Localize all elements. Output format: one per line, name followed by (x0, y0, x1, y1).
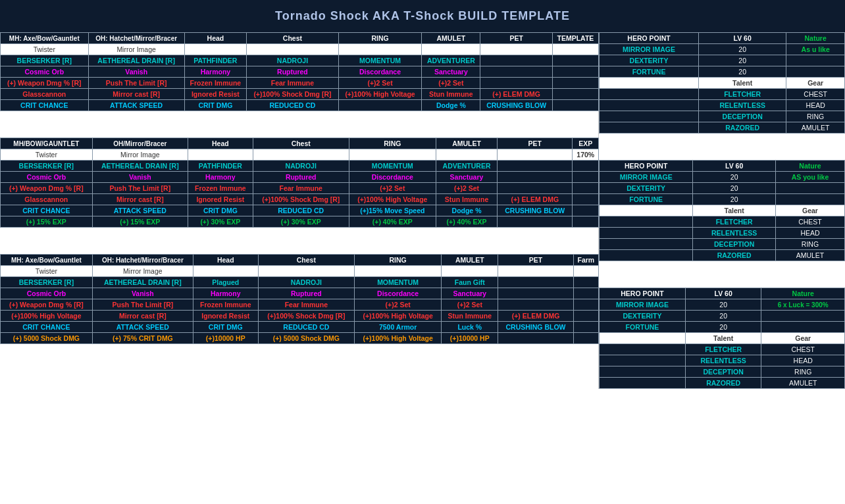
table-row: CRIT CHANCE ATTACK SPEED CRIT DMG REDUCE… (1, 205, 599, 216)
table-row: (+) Weapon Dmg % [R] Push The Limit [R] … (1, 299, 599, 311)
right-farm-talent-row: RAZORED AMULET (600, 378, 845, 389)
right-spacer4 (599, 274, 845, 288)
right-exp-talent-row: DECEPTION RING (600, 239, 845, 250)
table-row: Cosmic Orb Vanish Harmony Ruptured Disco… (1, 66, 599, 78)
spacer4 (0, 241, 598, 254)
table-row: Glasscannon Mirror cast [R] Ignored Resi… (1, 89, 599, 100)
right-exp-header-row: HERO POINT LV 60 Nature (600, 161, 845, 172)
spacer3 (0, 228, 598, 241)
table-row: BERSERKER [R] AETHEREAL DRAIN [R] Plague… (1, 277, 599, 288)
right-template-panel: HERO POINT LV 60 Nature MIRROR IMAGE 20 … (599, 32, 845, 134)
right-talent-row: RAZORED AMULET (600, 122, 845, 134)
right-exp-talent-header: Talent Gear (600, 205, 845, 216)
page-title: Tornado Shock AKA T-Shock BUILD TEMPLATE (0, 0, 845, 32)
right-talent-header: Talent Gear (600, 78, 845, 89)
table-row: CRIT CHANCE ATTACK SPEED CRIT DMG REDUCE… (1, 100, 599, 111)
table-row: BERSERKER [R] AETHEREAL DRAIN [R] PATHFI… (1, 55, 599, 66)
farm-grid: MH: Axe/Bow/Gauntlet OH: Hatchet/Mirror/… (0, 254, 599, 344)
spacer1 (0, 111, 598, 124)
right-exp-panel: HERO POINT LV 60 Nature MIRROR IMAGE 20 … (599, 160, 845, 261)
right-spacer3 (599, 261, 845, 274)
right-exp-fortune-row: FORTUNE 20 (600, 194, 845, 205)
right-header-row: HERO POINT LV 60 Nature (600, 33, 845, 44)
left-panel: MH: Axe/Bow/Gauntlet OH: Hatchet/Mirror/… (0, 32, 599, 389)
right-fortune-row: FORTUNE 20 (600, 66, 845, 78)
table-row: Cosmic Orb Vanish Harmony Ruptured Disco… (1, 172, 599, 183)
right-spacer2 (599, 147, 845, 160)
right-dex-row: DEXTERITY 20 (600, 55, 845, 66)
right-farm-header-row: HERO POINT LV 60 Nature (600, 288, 845, 299)
table-row: Twister Mirror Image (1, 266, 599, 277)
right-mirror-row: MIRROR IMAGE 20 As u like (600, 44, 845, 55)
table-row: (+) Weapon Dmg % [R] Push The Limit [R] … (1, 78, 599, 89)
exp-header-row: MH/BOW/GAUNTLET OH/Mirror/Bracer Head Ch… (1, 138, 599, 149)
right-farm-talent-row: FLETCHER CHEST (600, 344, 845, 355)
right-exp-talent-row: RELENTLESS HEAD (600, 228, 845, 239)
right-farm-mirror-row: MIRROR IMAGE 20 6 x Luck = 300% (600, 299, 845, 311)
right-exp-dex-row: DEXTERITY 20 (600, 183, 845, 194)
table-row: Twister Mirror Image 170% (1, 149, 599, 161)
right-talent-row: FLETCHER CHEST (600, 89, 845, 100)
right-spacer1 (599, 134, 845, 147)
right-panel: HERO POINT LV 60 Nature MIRROR IMAGE 20 … (599, 32, 845, 389)
right-exp-mirror-row: MIRROR IMAGE 20 AS you like (600, 172, 845, 183)
table-row: (+)100% High Voltage Mirror cast [R] Ign… (1, 311, 599, 322)
template-header-row: MH: Axe/Bow/Gauntlet OH: Hatchet/Mirror/… (1, 33, 599, 44)
template-grid: MH: Axe/Bow/Gauntlet OH: Hatchet/Mirror/… (0, 32, 599, 111)
right-farm-panel: HERO POINT LV 60 Nature MIRROR IMAGE 20 … (599, 288, 845, 389)
table-row: (+) 15% EXP (+) 15% EXP (+) 30% EXP (+) … (1, 216, 599, 228)
right-farm-talent-row: RELENTLESS HEAD (600, 355, 845, 366)
farm-header-row: MH: Axe/Bow/Gauntlet OH: Hatchet/Mirror/… (1, 255, 599, 266)
right-farm-fortune-row: FORTUNE 20 (600, 322, 845, 333)
table-row: Glasscannon Mirror cast [R] Ignored Resi… (1, 194, 599, 205)
right-talent-row: RELENTLESS HEAD (600, 100, 845, 111)
right-farm-talent-row: DECEPTION RING (600, 366, 845, 378)
spacer2 (0, 124, 598, 138)
table-row: (+) Weapon Dmg % [R] Push The Limit [R] … (1, 183, 599, 194)
table-row: (+) 5000 Shock DMG (+) 75% CRIT DMG (+)1… (1, 333, 599, 344)
exp-grid: MH/BOW/GAUNTLET OH/Mirror/Bracer Head Ch… (0, 138, 599, 228)
table-row: BERSERKER [R] AETHEREAL DRAIN [R] PATHFI… (1, 161, 599, 172)
right-farm-dex-row: DEXTERITY 20 (600, 311, 845, 322)
table-row: CRIT CHANCE ATTACK SPEED CRIT DMG REDUCE… (1, 322, 599, 333)
right-farm-talent-header: Talent Gear (600, 333, 845, 344)
right-talent-row: DECEPTION RING (600, 111, 845, 122)
right-exp-talent-row: RAZORED AMULET (600, 250, 845, 261)
right-exp-talent-row: FLETCHER CHEST (600, 216, 845, 228)
table-row: Twister Mirror Image (1, 44, 599, 55)
table-row: Cosmic Orb Vanish Harmony Ruptured Disco… (1, 288, 599, 299)
